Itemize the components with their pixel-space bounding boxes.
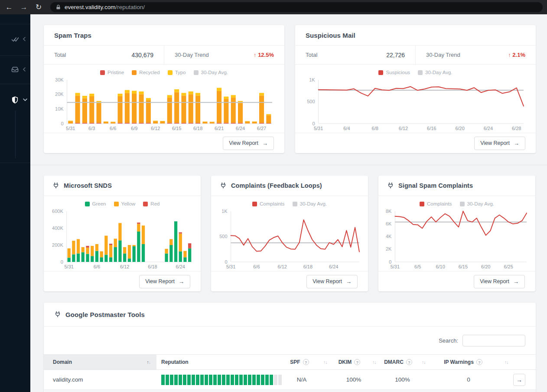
svg-text:6/9: 6/9 — [131, 126, 137, 131]
legend-item[interactable]: Red — [143, 201, 160, 206]
column-header-reputation: Reputation — [161, 355, 189, 369]
svg-text:6/12: 6/12 — [399, 126, 408, 131]
svg-text:6/12: 6/12 — [151, 126, 160, 131]
legend-item[interactable]: Complaints — [420, 201, 452, 206]
view-report-button[interactable]: View Report→ — [223, 137, 274, 150]
help-icon[interactable]: ? — [406, 359, 412, 365]
address-bar[interactable]: everest.validity.com/reputation/ — [50, 2, 543, 12]
arrow-right-icon: → — [179, 278, 184, 285]
card-title: Microsoft SNDS — [64, 182, 112, 189]
legend-item[interactable]: 30-Day Avg. — [460, 201, 494, 206]
svg-text:0: 0 — [225, 259, 227, 265]
card-title: Suspicious Mail — [306, 32, 355, 39]
legend-item[interactable]: Yellow — [114, 201, 136, 206]
svg-text:6/8: 6/8 — [372, 126, 378, 131]
chart-legend: Complaints30-Day Avg. — [378, 196, 535, 209]
signal-spam-chart: 02K4K6K8K5/316/56/106/156/206/25 — [384, 209, 529, 270]
arrow-up-icon: ↑ — [254, 52, 257, 58]
card-title: Google Postmaster Tools — [65, 311, 145, 318]
column-header-ip-warnings[interactable]: IP Warnings ? — [436, 355, 490, 369]
svg-text:5/31: 5/31 — [226, 264, 235, 269]
view-report-button[interactable]: View Report→ — [474, 275, 525, 288]
sort-icon[interactable]: ↑↓ — [147, 359, 151, 365]
legend-item[interactable]: Suspicious — [378, 70, 410, 75]
legend-item[interactable]: Green — [85, 201, 106, 206]
svg-text:500: 500 — [307, 99, 315, 104]
complaints-card: Complaints (Feedback Loops) Complaints30… — [211, 176, 368, 291]
svg-text:5/31: 5/31 — [391, 264, 400, 269]
help-icon[interactable]: ? — [476, 359, 482, 365]
microsoft-snds-chart: 0200K400K600K5/316/66/126/186/24 — [50, 209, 195, 270]
help-icon[interactable]: ? — [303, 359, 309, 365]
svg-text:6/24: 6/24 — [236, 126, 245, 131]
shield-icon — [11, 96, 19, 104]
browser-forward-button[interactable]: → — [19, 3, 29, 12]
sidebar-item-reputation[interactable] — [0, 90, 30, 109]
svg-text:6/15: 6/15 — [172, 126, 181, 131]
sidebar-item-validation[interactable] — [0, 29, 30, 49]
chevron-down-icon — [23, 98, 27, 101]
search-input[interactable] — [462, 335, 525, 346]
svg-text:0: 0 — [312, 121, 315, 126]
google-postmaster-card: Google Postmaster Tools Search: Domain ↑… — [44, 303, 536, 392]
sidebar — [0, 14, 30, 392]
svg-text:0: 0 — [389, 259, 391, 265]
column-header-dmarc[interactable]: DMARC ? — [375, 355, 421, 369]
trend-label: 30-Day Trend — [175, 52, 209, 58]
svg-text:6/4: 6/4 — [343, 126, 350, 131]
column-header-domain[interactable]: Domain ↑↓ — [44, 355, 156, 369]
svg-text:6/15: 6/15 — [459, 264, 468, 269]
svg-text:6/20: 6/20 — [455, 126, 464, 131]
total-label: Total — [54, 52, 66, 58]
plug-icon — [54, 311, 61, 318]
total-value: 22,726 — [386, 52, 405, 59]
view-report-button[interactable]: View Report→ — [306, 275, 358, 288]
spf-cell: N/A — [278, 370, 326, 389]
table-header: Domain ↑↓ Reputation SPF ? ↑↓ DKIM ? ↑↓ … — [44, 354, 536, 370]
svg-text:6/6: 6/6 — [253, 264, 260, 269]
card-title: Spam Traps — [54, 32, 91, 39]
svg-text:0: 0 — [61, 259, 63, 265]
browser-chrome: ← → ↻ everest.validity.com/reputation/ — [0, 0, 547, 14]
help-icon[interactable]: ? — [354, 359, 360, 365]
svg-text:5/31: 5/31 — [66, 126, 75, 131]
column-header-spf[interactable]: SPF ? — [278, 355, 321, 369]
legend-item[interactable]: 30-Day Avg. — [418, 70, 452, 75]
legend-item[interactable]: 30-Day Avg. — [194, 70, 228, 75]
svg-text:2K: 2K — [386, 246, 392, 252]
chevron-left-icon — [23, 67, 26, 72]
legend-item[interactable]: Complaints — [252, 201, 285, 206]
chevron-left-icon — [23, 37, 26, 41]
plug-icon — [220, 182, 227, 189]
sidebar-item-inbox[interactable] — [0, 60, 30, 79]
legend-item[interactable]: Recycled — [132, 70, 160, 75]
chart-legend: PristineRecycledTypo30-Day Avg. — [44, 65, 284, 78]
svg-text:6/18: 6/18 — [303, 264, 313, 269]
svg-text:200K: 200K — [52, 242, 63, 248]
view-report-button[interactable]: View Report→ — [474, 137, 525, 150]
svg-text:500: 500 — [219, 234, 227, 239]
legend-item[interactable]: Pristine — [100, 70, 124, 75]
svg-text:6/18: 6/18 — [148, 264, 157, 269]
spam-traps-chart: 010K20K30K5/316/36/66/96/126/156/186/216… — [53, 78, 275, 131]
row-detail-arrow-button[interactable]: → — [513, 374, 525, 386]
reputation-bar — [161, 375, 282, 385]
view-report-button[interactable]: View Report→ — [139, 275, 190, 288]
column-header-dkim[interactable]: DKIM ? — [328, 355, 371, 369]
arrow-right-icon: → — [346, 278, 352, 285]
arrow-right-icon: → — [513, 278, 519, 285]
arrow-right-icon: → — [262, 140, 268, 147]
svg-text:6/12: 6/12 — [277, 264, 287, 269]
sort-icon[interactable]: ↑↓ — [323, 359, 327, 365]
arrow-up-icon: ↑ — [508, 52, 511, 58]
card-title: Signal Spam Complaints — [398, 182, 473, 189]
browser-back-button[interactable]: ← — [4, 3, 14, 12]
legend-item[interactable]: Typo — [168, 70, 186, 75]
browser-refresh-button[interactable]: ↻ — [34, 3, 43, 12]
legend-item[interactable]: 30-Day Avg. — [293, 201, 327, 206]
submenu-tree-line — [15, 111, 16, 158]
sort-icon[interactable]: ↑↓ — [505, 359, 508, 365]
sort-icon[interactable]: ↑↓ — [422, 359, 426, 365]
svg-text:1K: 1K — [221, 209, 228, 214]
arrow-right-icon: → — [514, 140, 519, 147]
